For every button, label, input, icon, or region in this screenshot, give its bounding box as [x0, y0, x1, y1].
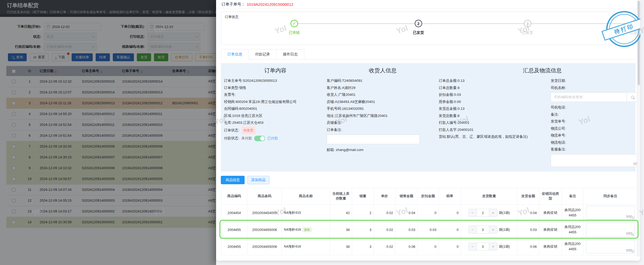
driver-search-button[interactable]	[627, 93, 638, 102]
product-column-header: 商品编码	[221, 188, 248, 204]
payment-status-line: 付款状态: 未付款 已付款	[224, 134, 320, 142]
logistics-line: 司机电话:	[551, 104, 640, 111]
promo-type-cell: 换购促销	[539, 238, 562, 255]
order-detail-drawer: 订单子单号： 1019A2024120915000012 订单状态 ✓ 已审核 …	[216, 0, 644, 265]
product-cell: 0.02	[374, 238, 395, 255]
sync-remark-textarea[interactable]: 0/50	[586, 240, 635, 253]
product-name: N4海虾415	[284, 211, 301, 215]
increase-button[interactable]: +	[489, 243, 497, 250]
product-column-header: 折扣金额	[418, 188, 439, 204]
tab-order-info[interactable]: 订单信息	[221, 49, 249, 59]
resize-handle[interactable]	[632, 250, 634, 253]
decrease-button[interactable]: −	[469, 209, 477, 216]
product-code-cell: 2004455	[221, 221, 248, 238]
driver-search-group: 司机编码/姓名查询	[551, 92, 638, 102]
drawer-scrollbar[interactable]	[637, 0, 640, 257]
quantity-stepper[interactable]: −3+	[468, 226, 497, 234]
summary-line: 折扣金额:0.03	[439, 91, 544, 98]
section-title-summary-logistics: 汇总及物流信息	[439, 67, 640, 77]
section-title-receiver: 收货人信息	[327, 67, 439, 77]
logistics-column: 发货日期: 司机名称: 司机编码/姓名查询 司机电话:备注:发货单号:物流公司:…	[551, 77, 640, 167]
order-content-line: 发票号:	[224, 91, 320, 98]
product-cell: 0	[418, 238, 439, 255]
logistics-line: 物流电话:	[551, 139, 640, 146]
order-content-column: 订单主单号:S2024120915000013订单类型:销售发票号:经销商:60…	[224, 77, 327, 167]
summary-line: 用券金额:0.00	[439, 98, 544, 106]
product-name-cell: N4海虾415	[282, 204, 330, 221]
quantity-stepper[interactable]: −3+	[468, 243, 497, 250]
order-info-section: 订单内容 收货人信息 汇总及物流信息 订单主单号:S20241209150000…	[221, 63, 636, 172]
payment-off-label: 未付款	[241, 134, 252, 142]
quantity-value: 2	[477, 209, 489, 216]
toggle-knob	[260, 136, 265, 141]
scrollbar-thumb[interactable]	[638, 1, 640, 85]
step-shipped: 2 已发货	[403, 20, 434, 35]
sync-remark-cell: 0/50	[584, 221, 637, 238]
search-icon	[631, 96, 634, 99]
logistics-line: 物流公司:	[551, 125, 640, 132]
product-section-bar: 商品信息 添加商品	[221, 176, 636, 184]
product-cell: 3	[352, 221, 374, 238]
payment-on-label: 已付款	[267, 134, 278, 142]
product-row[interactable]: 20044552002004455006N4海虾4163830.020.0600…	[221, 238, 637, 255]
decrease-button[interactable]: −	[469, 226, 477, 233]
increase-button[interactable]: +	[489, 209, 497, 216]
order-content-line: 经销商:600204.常温19-潭江仓储运输有限公司	[224, 98, 320, 106]
product-table-body: 20044542002004454009N4海虾4154220.020.0400…	[221, 204, 637, 255]
product-row[interactable]: 20044542002004454009N4海虾4154220.020.0400…	[221, 204, 637, 221]
product-info-button[interactable]: 商品信息	[221, 176, 245, 184]
receiver-line: 客户姓名:A洄封29	[327, 84, 432, 92]
driver-search-input[interactable]: 司机编码/姓名查询	[551, 93, 627, 102]
product-cell: 38	[330, 238, 352, 255]
remark-cell: 换同品2004455	[562, 238, 584, 255]
tab-operation-log[interactable]: 操作日志	[276, 49, 304, 59]
summary-line: 货站:默认(黑、吉、辽、蒙区域请选此项，如指定请备注)	[439, 133, 544, 140]
order-content-line: 订单类型:销售	[224, 84, 320, 92]
payment-toggle[interactable]	[254, 136, 265, 141]
order-content-line: 仓库:JS403.江苏大仓403	[224, 119, 320, 126]
logistics-lines: 司机电话:备注:发货单号:物流公司:物流单号:物流电话:	[551, 104, 640, 146]
order-content-line: 订单主单号:S2024120915000013	[224, 77, 320, 84]
resize-handle[interactable]	[632, 233, 634, 236]
product-cell: 0	[439, 221, 461, 238]
sync-remark-cell: 0/50	[584, 238, 637, 255]
receiver-column: 客户编码:T2408S4091客户姓名:A洄封29收货人:广陵20401店铺:A…	[327, 77, 439, 167]
ship-date-label: 发货日期:	[551, 77, 640, 84]
product-column-header: 商品条码	[248, 188, 282, 204]
increase-button[interactable]: +	[489, 226, 497, 233]
product-column-header: 销售金额	[395, 188, 418, 204]
sync-remark-textarea[interactable]: 0/50	[586, 206, 635, 220]
unit-label: 袋(1袋)	[499, 228, 510, 231]
tab-payment-records[interactable]: 付款记录	[249, 49, 277, 59]
promo-type-cell: 换购促销	[539, 221, 562, 238]
quantity-stepper[interactable]: −2+	[468, 209, 497, 217]
product-name: N4海虾416	[284, 228, 301, 231]
summary-line: 订单总金额:0.13	[439, 77, 544, 84]
unit-label: 袋(1袋)	[499, 244, 510, 248]
order-content-line: 区域:1019.张亮江苏大区	[224, 112, 320, 120]
product-barcode-cell: 2002004454009	[248, 204, 282, 221]
decrease-button[interactable]: −	[469, 243, 477, 250]
quantity-value: 3	[477, 243, 489, 250]
product-row[interactable]: 20044552002004455006N4海虾416换购3830.020.03…	[221, 221, 637, 238]
order-remark-input[interactable]	[327, 135, 420, 144]
resize-handle[interactable]	[632, 216, 634, 219]
summary-line: 打款人名字:20400101	[439, 126, 544, 134]
order-status-title: 订单状态	[225, 15, 239, 19]
sync-remark-textarea[interactable]: 0/50	[586, 223, 635, 236]
cs-remark-textarea[interactable]: 0/500	[551, 154, 640, 167]
drawer-tabs: 订单信息 付款记录 操作日志	[221, 49, 636, 59]
exchange-badge: 换购	[302, 228, 311, 232]
order-remark-label: 订单备注:	[327, 126, 432, 134]
product-name-cell: N4海虾416换购	[282, 221, 330, 238]
logistics-line: 备注:	[551, 111, 640, 118]
check-icon: ✓	[291, 20, 298, 27]
product-column-header: 销量	[352, 188, 374, 204]
product-name: N4海虾416	[284, 244, 301, 248]
product-barcode-cell: 2002004455006	[248, 238, 282, 255]
add-product-button[interactable]: 添加商品	[247, 176, 269, 184]
logistics-line: 发货单号:	[551, 118, 640, 125]
summary-line: 发货总数量:8	[439, 112, 544, 120]
summary-column: 订单总金额:0.13订单总数量:8折扣金额:0.03用券金额:0.00发货总金额…	[439, 77, 551, 167]
driver-name-label: 司机名称:	[551, 84, 640, 92]
